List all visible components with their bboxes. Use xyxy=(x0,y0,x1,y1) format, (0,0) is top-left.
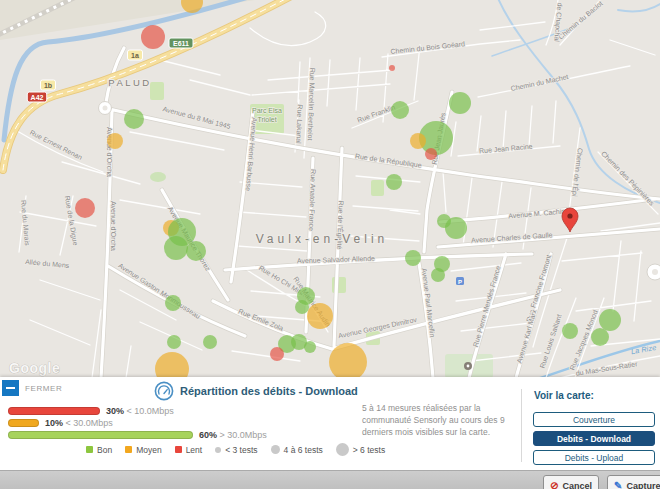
description-text: 5 à 14 mesures réalisées par la communau… xyxy=(362,403,510,439)
parking-icon: P xyxy=(456,277,464,285)
legend-label: 4 à 6 tests xyxy=(284,445,323,455)
street-label: Chemin des Pépinières xyxy=(599,150,655,208)
svg-text:1b: 1b xyxy=(44,82,52,89)
tests-legend-item: 4 à 6 tests xyxy=(271,445,323,455)
svg-text:1a: 1a xyxy=(131,52,139,59)
street-label: Chemin du Machet xyxy=(510,73,569,92)
tests-dot xyxy=(336,443,349,456)
tests-dot xyxy=(215,447,221,453)
street-label: Allée du Mens xyxy=(25,258,70,269)
test-circle-green xyxy=(391,101,409,119)
quality-legend-item: Bon xyxy=(86,445,112,455)
test-circle-green xyxy=(431,268,445,282)
minimize-icon xyxy=(6,387,15,389)
street-label: Avenue d'Orcha xyxy=(110,201,117,251)
test-circle-green xyxy=(449,92,471,114)
cancel-icon: ⊘ xyxy=(550,481,558,489)
test-circle-red xyxy=(75,198,95,218)
legend-label: Moyen xyxy=(136,445,162,455)
distribution-bar-row: 10% < 30.0Mbps xyxy=(8,418,113,428)
svg-text:E611: E611 xyxy=(173,40,189,47)
distribution-bar xyxy=(8,431,193,439)
test-circle-green xyxy=(164,236,188,260)
fermer-button[interactable] xyxy=(2,380,19,396)
gauge-icon xyxy=(154,381,174,401)
test-circle-green xyxy=(386,174,402,190)
legend-label: < 3 tests xyxy=(225,445,257,455)
legend-label: Bon xyxy=(97,445,112,455)
street-label: Avenue M. Cachin xyxy=(508,208,566,220)
map-type-button-debits-upload[interactable]: Debits - Upload xyxy=(533,450,655,465)
legend-label: > 6 tests xyxy=(353,445,385,455)
tests-legend-item: > 6 tests xyxy=(336,443,385,456)
legend-label: Lent xyxy=(186,445,203,455)
legend-swatch xyxy=(86,446,93,453)
legend-swatch xyxy=(125,446,132,453)
svg-text:A42: A42 xyxy=(31,94,44,101)
test-circle-green xyxy=(295,300,309,314)
street-label: Chemin du Bois Goëard xyxy=(390,40,465,55)
test-circle-green xyxy=(186,241,206,261)
test-circle-green xyxy=(203,335,217,349)
quality-legend-item: Lent xyxy=(175,445,203,455)
legend-panel: FERMER Répartition des débits - Download… xyxy=(0,377,660,470)
road-shield: 1a xyxy=(128,50,143,60)
sidebar-heading: Voir la carte: xyxy=(534,390,594,401)
test-circle-green xyxy=(405,250,421,266)
distribution-bar xyxy=(8,407,100,415)
test-circle-orange xyxy=(307,303,333,329)
capture-icon: ✎ xyxy=(614,481,622,489)
district-label: PALUD xyxy=(108,77,151,88)
svg-text:P: P xyxy=(458,279,462,285)
google-watermark: Google xyxy=(9,360,60,376)
test-circle-red xyxy=(389,65,395,71)
street-label: Rue Anatole France xyxy=(308,169,317,231)
test-circle-green xyxy=(591,328,609,346)
road-shield: 1b xyxy=(41,80,56,90)
map-marker[interactable] xyxy=(562,208,578,232)
legend-row: BonMoyenLent< 3 tests4 à 6 tests> 6 test… xyxy=(86,443,385,456)
capture-button[interactable]: ✎ Capture xyxy=(607,475,660,489)
test-circle-orange xyxy=(155,352,189,378)
panel-title: Répartition des débits - Download xyxy=(180,385,358,397)
vertical-divider xyxy=(521,389,522,462)
distribution-bar-row: 60% > 30.0Mbps xyxy=(8,430,267,440)
tests-legend-item: < 3 tests xyxy=(215,445,257,455)
cancel-button[interactable]: ⊘ Cancel xyxy=(543,475,599,489)
poi-icon xyxy=(464,362,472,370)
test-circle-green xyxy=(304,341,316,353)
test-circle-orange xyxy=(410,133,426,149)
park-label: Triolet xyxy=(257,116,276,123)
capture-toolbar: ⊘ Cancel ✎ Capture xyxy=(0,470,660,489)
screenshot-root: E6111a1bA42 Rue Ernest RenanAvenue d'Orc… xyxy=(0,0,660,489)
quality-legend-item: Moyen xyxy=(125,445,162,455)
legend-swatch xyxy=(175,446,182,453)
test-circle-green xyxy=(165,295,181,311)
park-label: Parc Elsa xyxy=(252,107,282,114)
map-type-button-debits-download[interactable]: Debits - Download xyxy=(533,431,655,446)
river-label: La Rize xyxy=(630,343,657,356)
tests-dot xyxy=(271,445,280,454)
test-circle-green xyxy=(124,109,144,129)
street-label: Rue de la République xyxy=(354,152,422,169)
road-shield: E611 xyxy=(169,38,193,48)
bar-label: 30% < 10.0Mbps xyxy=(106,406,174,416)
capture-label: Capture xyxy=(626,481,660,489)
road-shield: A42 xyxy=(27,92,47,102)
cancel-label: Cancel xyxy=(562,481,592,489)
city-label: Vaulx-en-Velin xyxy=(256,232,389,246)
street-label: Rue Jean Racine xyxy=(479,143,533,155)
street-label: Rue Lakanal xyxy=(295,104,303,144)
test-circle-red xyxy=(270,347,284,361)
street-label: Rue Ernest Renan xyxy=(29,129,84,161)
distribution-bar-row: 30% < 10.0Mbps xyxy=(8,406,174,416)
test-circle-red xyxy=(425,148,437,160)
distribution-bar xyxy=(8,419,39,427)
street-label: Rue Emile Zola xyxy=(237,307,284,331)
street-label: Rue du Marais xyxy=(20,200,31,246)
map-type-button-couverture[interactable]: Couverture xyxy=(533,412,655,427)
bar-label: 10% < 30.0Mbps xyxy=(45,418,113,428)
test-circle-red xyxy=(141,25,165,49)
map-canvas[interactable]: E6111a1bA42 Rue Ernest RenanAvenue d'Orc… xyxy=(0,0,660,378)
test-circle-green xyxy=(562,323,578,339)
